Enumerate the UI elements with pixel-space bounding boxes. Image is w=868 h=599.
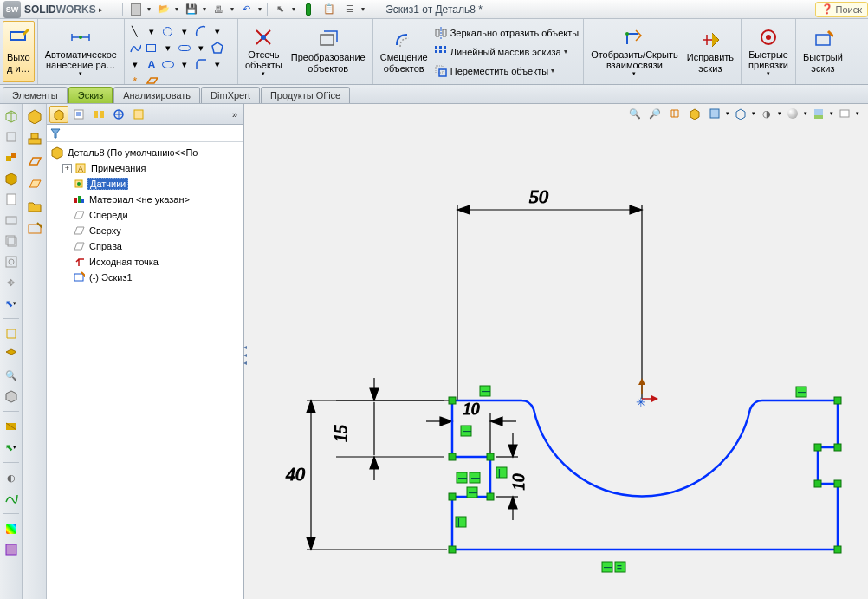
hide-show-icon[interactable]: ◐: [3, 469, 20, 486]
view-orientation-icon[interactable]: [3, 325, 20, 342]
sheet-stack-icon[interactable]: [3, 232, 20, 250]
dropdown-icon[interactable]: ▾: [127, 56, 143, 72]
tree-front-plane[interactable]: Спереди: [62, 207, 242, 223]
settings-button[interactable]: ☰: [340, 2, 360, 17]
configuration-tab[interactable]: [89, 106, 108, 123]
folder-icon[interactable]: [26, 198, 43, 215]
dropdown-icon[interactable]: ▾: [210, 23, 225, 39]
new-file-button[interactable]: [126, 2, 146, 17]
rapid-sketch-button[interactable]: Быстрый эскиз: [799, 21, 847, 82]
ellipse-tool[interactable]: [160, 56, 176, 72]
isometric-icon[interactable]: [3, 346, 20, 363]
part-icon[interactable]: [26, 107, 43, 125]
dropdown-icon[interactable]: ▾: [632, 70, 636, 77]
tree-sensors[interactable]: Датчики: [62, 176, 242, 192]
plane-icon[interactable]: [26, 153, 43, 170]
dropdown-icon[interactable]: ▾: [175, 5, 180, 13]
view-assembly-icon[interactable]: [3, 149, 20, 166]
dropdown-icon[interactable]: ▾: [203, 5, 208, 13]
color-icon[interactable]: [3, 520, 20, 537]
linear-pattern-button[interactable]: Линейный массив эскиза▾: [432, 42, 580, 62]
help-search[interactable]: ❓ Поиск: [815, 2, 868, 17]
texture-icon[interactable]: [3, 541, 20, 558]
dropdown-icon[interactable]: ▾: [177, 56, 192, 72]
smart-dimension-button[interactable]: Автоматическое нанесение ра… ▾: [41, 21, 121, 82]
sketch-icon[interactable]: [3, 253, 20, 270]
dimension-50[interactable]: 50: [529, 186, 548, 207]
tree-top-plane[interactable]: Сверху: [62, 223, 242, 238]
offset-entities-button[interactable]: Смещение объектов: [376, 21, 432, 82]
exit-sketch-button[interactable]: Выхо д и…: [3, 21, 35, 82]
sketch-canvas[interactable]: 50 40 15: [244, 104, 868, 599]
line-tool[interactable]: ╲: [127, 23, 143, 39]
dimension-40[interactable]: 40: [286, 463, 305, 485]
dropdown-icon[interactable]: ▾: [147, 5, 152, 13]
dimension-10-horizontal[interactable]: 10: [463, 400, 481, 418]
spline-tool[interactable]: [127, 40, 143, 55]
dimension-10-vertical[interactable]: 10: [509, 473, 528, 491]
circle-tool[interactable]: [160, 23, 176, 39]
tree-material[interactable]: Материал <не указан>: [62, 192, 242, 207]
filter-bar[interactable]: [47, 125, 243, 142]
panel-expand-button[interactable]: »: [229, 109, 241, 120]
convert-entities-button[interactable]: Преобразование объектов: [287, 21, 370, 82]
save-button[interactable]: 💾: [182, 2, 201, 17]
dimension-15[interactable]: 15: [331, 425, 350, 442]
sketch-feature-icon[interactable]: [26, 220, 43, 238]
polygon-tool[interactable]: [210, 40, 225, 55]
dropdown-icon[interactable]: ▾: [767, 70, 770, 77]
tree-right-plane[interactable]: Справа: [62, 238, 242, 254]
dropdown-icon[interactable]: ▾: [292, 5, 297, 13]
view-3d-icon[interactable]: [3, 107, 20, 125]
dropdown-icon[interactable]: ▾: [230, 5, 236, 13]
print-button[interactable]: 🖶: [210, 2, 229, 17]
text-tool[interactable]: A: [144, 56, 159, 72]
trim-button[interactable]: Отсечь объекты ▾: [241, 21, 287, 82]
feature-tree[interactable]: Деталь8 (По умолчанию<<По +AПримечания Д…: [47, 142, 243, 599]
dropdown-icon[interactable]: ▾: [160, 40, 176, 55]
rectangle-tool[interactable]: [144, 40, 159, 55]
tree-annotations[interactable]: +AПримечания: [62, 160, 242, 176]
display-style-icon[interactable]: [3, 387, 20, 405]
dropdown-icon[interactable]: ▾: [262, 70, 265, 77]
display-relations-button[interactable]: Отобразить/Скрыть взаимосвязи ▾: [586, 21, 683, 82]
dropdown-icon[interactable]: ▾: [210, 56, 225, 72]
rebuild-button[interactable]: [299, 2, 318, 17]
slot-tool[interactable]: [177, 40, 192, 55]
quick-snaps-button[interactable]: Быстрые привязки ▾: [744, 21, 793, 82]
view-front-icon[interactable]: [3, 128, 20, 146]
options-button[interactable]: 📋: [320, 2, 339, 17]
zoom-icon[interactable]: 🔍: [3, 367, 20, 384]
open-file-button[interactable]: 📂: [154, 2, 173, 17]
tree-sketch1[interactable]: (-) Эскиз1: [62, 270, 242, 285]
dropdown-icon[interactable]: ▾: [79, 70, 82, 77]
mirror-entities-button[interactable]: Зеркально отразить объекты: [432, 23, 580, 42]
fillet-tool[interactable]: [193, 56, 209, 72]
expand-icon[interactable]: +: [62, 164, 72, 173]
plane2-icon[interactable]: [26, 175, 43, 192]
select-button[interactable]: ⬉: [271, 2, 290, 17]
feature-icon[interactable]: [26, 130, 43, 147]
sheet-icon[interactable]: [3, 212, 20, 229]
undo-button[interactable]: ↶: [237, 2, 256, 17]
dropdown-icon[interactable]: ▾: [551, 67, 554, 75]
pan-tool[interactable]: ✥: [3, 274, 20, 291]
graphics-area[interactable]: ◂◂◂ 🔍 🔎 ▾ ▾ ◑▾ ▾ ▾ ▾ 50: [244, 104, 868, 599]
display-tab[interactable]: [129, 106, 148, 123]
dropdown-icon[interactable]: ▾: [193, 40, 209, 55]
spline-edit-icon[interactable]: [3, 490, 20, 507]
appearance-tool[interactable]: ⬉▾: [3, 439, 20, 456]
section-icon[interactable]: [3, 418, 20, 435]
dropdown-icon[interactable]: ▾: [177, 23, 192, 39]
property-manager-tab[interactable]: [69, 106, 88, 123]
feature-tree-tab[interactable]: [49, 106, 68, 123]
tree-origin[interactable]: Исходная точка: [62, 254, 242, 270]
select-tool[interactable]: ⬉▾: [3, 295, 20, 312]
dropdown-icon[interactable]: ▾: [564, 48, 567, 55]
move-entities-button[interactable]: Переместить объекты▾: [432, 62, 580, 81]
tab-office[interactable]: Продукты Office: [261, 87, 350, 103]
dropdown-icon[interactable]: ▾: [361, 5, 366, 13]
repair-sketch-button[interactable]: Исправить эскиз: [683, 21, 738, 82]
dropdown-icon[interactable]: ▾: [258, 5, 263, 13]
tree-root[interactable]: Деталь8 (По умолчанию<<По: [50, 145, 242, 160]
